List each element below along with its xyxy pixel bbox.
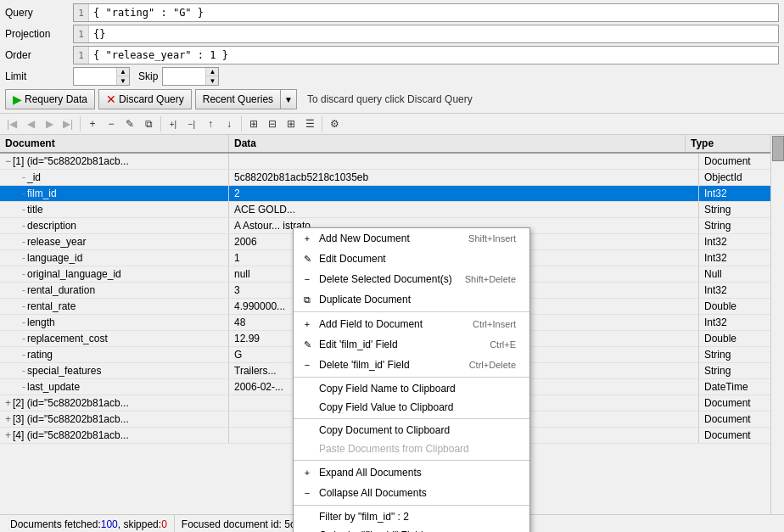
cm-item-left: +Expand All Documents: [300, 466, 422, 479]
order-label: Order: [5, 49, 73, 61]
recent-queries-button[interactable]: Recent Queries ▼: [195, 89, 297, 109]
cm-item-label: Expand All Documents: [319, 467, 422, 479]
col-data-header: Data: [229, 135, 686, 152]
context-menu-item-add-new-doc[interactable]: +Add New DocumentShift+Insert: [294, 228, 529, 249]
context-menu-item-add-field[interactable]: +Add Field to DocumentCtrl+Insert: [294, 314, 529, 334]
context-menu-item-edit-doc[interactable]: ✎Edit Document: [294, 249, 529, 269]
cm-item-left: Filter by "film_id" : 2: [300, 511, 409, 523]
cell-data: ACE GOLD...: [229, 202, 699, 217]
cm-item-label: Edit Document: [319, 253, 386, 265]
expand-icon[interactable]: +: [5, 413, 11, 425]
cm-item-left: −Delete 'film_id' Field: [300, 358, 410, 372]
cm-item-left: Copy Document to Clipboard: [300, 424, 450, 436]
table-row[interactable]: -titleACE GOLD...String: [0, 202, 784, 218]
fetched-num: 100: [101, 518, 118, 530]
context-menu-separator: [294, 311, 529, 312]
cm-item-icon: ⧉: [300, 293, 314, 306]
col-document-header: Document: [0, 135, 229, 152]
move-up-button[interactable]: ↑: [202, 115, 219, 132]
duplicate-button[interactable]: ⧉: [140, 115, 157, 132]
context-menu-item-duplicate-doc[interactable]: ⧉Duplicate Document: [294, 289, 529, 310]
nav-last-button[interactable]: ▶|: [59, 115, 76, 132]
cm-item-label: Delete Selected Document(s): [319, 273, 452, 285]
requery-label: Requery Data: [25, 93, 87, 105]
discard-label: Discard Query: [119, 93, 184, 105]
top-panel: Query 1 { "rating" : "G" } Projection 1 …: [0, 0, 784, 114]
limit-label: Limit: [5, 70, 73, 82]
order-editor[interactable]: 1 { "release_year" : 1 }: [73, 46, 779, 64]
add-field-button[interactable]: +|: [165, 115, 182, 132]
edit-button[interactable]: ✎: [121, 115, 138, 132]
toolbar-separator-3: [241, 116, 242, 132]
vertical-scrollbar[interactable]: [770, 135, 784, 514]
limit-input[interactable]: 100: [74, 70, 116, 82]
skip-up-arrow[interactable]: ▲: [206, 68, 218, 76]
cm-item-label: Add Field to Document: [319, 318, 423, 330]
remove-button[interactable]: −: [103, 115, 120, 132]
skip-down-arrow[interactable]: ▼: [206, 76, 218, 85]
projection-editor[interactable]: 1 {}: [73, 25, 779, 43]
cm-item-icon: −: [300, 358, 314, 372]
expand-icon[interactable]: −: [5, 155, 11, 167]
limit-down-arrow[interactable]: ▼: [117, 76, 129, 85]
nav-next-button[interactable]: ▶: [41, 115, 58, 132]
context-menu-item-delete-field[interactable]: −Delete 'film_id' FieldCtrl+Delete: [294, 355, 529, 375]
context-menu-item-copy-field-name[interactable]: Copy Field Name to Clipboard: [294, 379, 529, 398]
cm-item-label: Edit 'film_id' Field: [319, 339, 398, 350]
expand-icon[interactable]: +: [5, 397, 11, 409]
query-value: { "rating" : "G" }: [89, 7, 208, 19]
context-menu-item-copy-field-value[interactable]: Copy Field Value to Clipboard: [294, 398, 529, 417]
cell-document: +[4] (id="5c88202b81acb...: [0, 428, 229, 443]
recent-main[interactable]: Recent Queries: [195, 89, 280, 109]
cm-item-shortcut: Ctrl+Insert: [473, 319, 516, 329]
skip-input[interactable]: 0: [163, 70, 205, 82]
limit-spinner[interactable]: 100 ▲ ▼: [73, 67, 130, 86]
skip-spinner[interactable]: 0 ▲ ▼: [162, 67, 219, 86]
cell-document: −[1] (id="5c88202b81acb...: [0, 154, 229, 169]
cm-item-shortcut: Ctrl+Delete: [469, 360, 516, 370]
toolbar-separator-1: [80, 116, 81, 132]
cell-document: +[2] (id="5c88202b81acb...: [0, 395, 229, 411]
nav-prev-button[interactable]: ◀: [22, 115, 39, 132]
context-menu-item-copy-doc[interactable]: Copy Document to Clipboard: [294, 421, 529, 440]
recent-dropdown-arrow[interactable]: ▼: [280, 89, 297, 109]
settings-button[interactable]: ⚙: [326, 115, 343, 132]
query-editor[interactable]: 1 { "rating" : "G" }: [73, 3, 779, 22]
context-menu-item-delete-doc[interactable]: −Delete Selected Document(s)Shift+Delete: [294, 269, 529, 289]
grid-view-button[interactable]: ⊞: [283, 115, 300, 132]
discard-button[interactable]: ✕ Discard Query: [98, 89, 192, 109]
nav-first-button[interactable]: |◀: [3, 115, 20, 132]
cell-document: -rental_duration: [0, 283, 229, 298]
table-row[interactable]: -film_id2Int32: [0, 186, 784, 202]
limit-up-arrow[interactable]: ▲: [117, 68, 129, 76]
context-menu-item-collapse-all[interactable]: −Collapse All Documents: [294, 483, 529, 503]
cell-document: -description: [0, 218, 229, 233]
table-row[interactable]: −[1] (id="5c88202b81acb...Document: [0, 154, 784, 170]
move-down-button[interactable]: ↓: [221, 115, 238, 132]
expand-icon[interactable]: +: [5, 429, 11, 441]
context-menu-item-expand-all[interactable]: +Expand All Documents: [294, 462, 529, 483]
table-view-button[interactable]: ☰: [301, 115, 318, 132]
requery-button[interactable]: ▶ Requery Data: [5, 89, 95, 109]
cm-item-label: Collapse All Documents: [319, 487, 427, 499]
scrollbar-thumb[interactable]: [772, 136, 784, 161]
col-type-header: Type: [686, 135, 770, 152]
expand-button[interactable]: ⊞: [245, 115, 262, 132]
remove-field-button[interactable]: −|: [183, 115, 200, 132]
limit-arrows: ▲ ▼: [116, 68, 129, 85]
projection-row: Projection 1 {}: [5, 25, 779, 43]
cm-item-label: Delete 'film_id' Field: [319, 359, 410, 371]
cm-item-left: +Add New Document: [300, 232, 410, 245]
cell-document: -last_update: [0, 379, 229, 395]
table-row[interactable]: -_id5c88202b81acb5218c1035ebObjectId: [0, 170, 784, 186]
skipped-num: 0: [161, 518, 167, 530]
add-button[interactable]: +: [84, 115, 101, 132]
context-menu-item-order-by[interactable]: Order by "film_id" Field: [294, 526, 529, 532]
collapse-button[interactable]: ⊟: [264, 115, 281, 132]
context-menu-item-edit-field[interactable]: ✎Edit 'film_id' FieldCtrl+E: [294, 334, 529, 355]
cm-item-left: ✎Edit Document: [300, 252, 386, 266]
cm-item-icon: −: [300, 272, 314, 286]
context-menu-item-filter-by[interactable]: Filter by "film_id" : 2: [294, 507, 529, 526]
context-menu: +Add New DocumentShift+Insert✎Edit Docum…: [293, 227, 530, 532]
context-menu-separator: [294, 460, 529, 461]
